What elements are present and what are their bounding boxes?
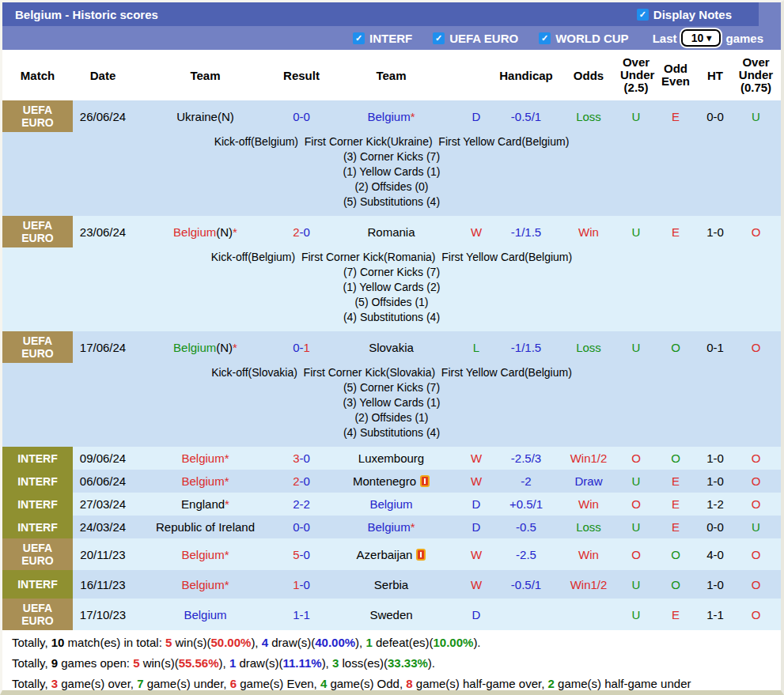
over-under-075-value: O — [731, 608, 781, 621]
over-under-25-value: U — [620, 608, 652, 621]
last-games-select[interactable]: 10 ▾ — [681, 29, 721, 47]
competition-badge-line: INTERF — [17, 498, 58, 511]
display-notes-label: Display Notes — [653, 8, 732, 21]
match-row: INTERF 27/03/24 England* 2-2 Belgium* D … — [2, 493, 781, 516]
handicap-value: -2 — [495, 474, 557, 488]
home-team-name: Belgium — [181, 548, 224, 561]
home-team[interactable]: England* — [133, 497, 278, 511]
home-team-name: Belgium — [173, 341, 216, 354]
half-time-score: 0-0 — [699, 110, 731, 123]
competition-badge-line: INTERF — [17, 521, 58, 534]
handicap-value: -0.5 — [495, 520, 557, 534]
match-date: 26/06/24 — [73, 110, 133, 123]
checkmark-icon: ✓ — [541, 34, 548, 43]
header-handicap: Handicap — [495, 69, 557, 82]
match-row: INTERF 09/06/24 Belgium* 3-0 Luxembourg*… — [2, 447, 781, 470]
match-date: 27/03/24 — [73, 497, 133, 511]
header-result: Result — [278, 69, 325, 82]
competition-badge: UEFAEURO — [2, 599, 73, 630]
over-under-25-value: U — [620, 110, 652, 123]
odd-even-value: E — [652, 225, 699, 239]
competition-checkbox-uefa-euro[interactable]: ✓ — [433, 32, 445, 44]
match-row-group: UEFAEURO 17/06/24 Belgium(N)* 0-1 Slovak… — [2, 331, 781, 447]
match-score: 3-0 — [278, 451, 325, 465]
neutral-venue-suffix: (N) — [216, 225, 233, 239]
home-team-name: Republic of Ireland — [156, 520, 255, 534]
competition-badge: INTERF — [2, 493, 73, 516]
note-line: (7) Corner Kicks (7) — [2, 265, 781, 280]
away-team[interactable]: Luxembourg* — [325, 451, 457, 465]
match-row: INTERF 16/11/23 Belgium* 1-0 Serbia* W -… — [2, 570, 781, 599]
away-team[interactable]: Romania* — [325, 225, 457, 239]
home-team[interactable]: Belgium* — [133, 608, 278, 621]
home-team[interactable]: Belgium* — [133, 451, 278, 465]
away-team-name: Azerbaijan — [357, 548, 413, 561]
competition-badge: INTERF — [2, 570, 73, 599]
away-team[interactable]: Montenegro* — [325, 474, 457, 488]
away-team[interactable]: Belgium* — [325, 497, 457, 511]
half-time-score: 1-0 — [699, 225, 731, 239]
home-team[interactable]: Belgium* — [133, 578, 278, 591]
away-team-name: Montenegro — [353, 474, 416, 488]
odds-result: Win — [557, 225, 620, 239]
competition-checkbox-world-cup[interactable]: ✓ — [539, 32, 551, 44]
match-row: UEFAEURO 17/10/23 Belgium* 1-1 Sweden* D — [2, 599, 781, 630]
match-score: 1-1 — [278, 608, 325, 621]
handicap-value: -2.5 — [495, 548, 557, 561]
star-marker: * — [411, 110, 415, 123]
over-under-25-value: U — [620, 341, 652, 354]
match-score: 5-0 — [278, 548, 325, 561]
away-team[interactable]: Belgium* — [325, 520, 457, 534]
away-team-name: Sweden — [369, 608, 412, 621]
summary-line-over-under: Totally, 3 game(s) over, 7 game(s) under… — [12, 674, 781, 694]
competition-checkbox-interf[interactable]: ✓ — [353, 32, 365, 44]
note-line: (1) Yellow Cards (1) — [2, 164, 781, 179]
away-team[interactable]: Azerbaijan* — [325, 548, 457, 561]
over-under-075-value: O — [731, 341, 781, 354]
match-row: UEFAEURO 23/06/24 Belgium(N)* 2-0 Romani… — [2, 216, 781, 247]
away-team-name: Belgium — [367, 110, 410, 123]
away-team-name: Luxembourg — [358, 451, 424, 465]
display-notes-checkbox[interactable]: ✓ — [637, 9, 649, 21]
neutral-venue-suffix: (N) — [216, 341, 233, 354]
handicap-result-letter: W — [457, 578, 495, 591]
competition-badge-line: INTERF — [17, 475, 58, 488]
home-team[interactable]: Belgium* — [133, 548, 278, 561]
home-team[interactable]: Belgium(N)* — [133, 341, 278, 354]
over-under-25-value: U — [620, 225, 652, 239]
competition-label-world-cup: WORLD CUP — [555, 32, 629, 45]
away-team-name: Slovakia — [369, 341, 414, 354]
away-team-name: Serbia — [374, 578, 408, 591]
match-row: INTERF 06/06/24 Belgium* 2-0 Montenegro*… — [2, 470, 781, 493]
over-under-075-value: O — [731, 225, 781, 239]
home-team[interactable]: Belgium* — [133, 474, 278, 488]
away-team[interactable]: Sweden* — [325, 608, 457, 621]
match-row: UEFAEURO 26/06/24 Ukraine(N)* 0-0 Belgiu… — [2, 100, 781, 132]
summary-line-total: Totally, 10 match(es) in total: 5 win(s)… — [12, 633, 781, 653]
checkmark-icon: ✓ — [435, 34, 442, 43]
match-score: 2-0 — [278, 474, 325, 488]
star-marker: * — [225, 548, 229, 561]
match-date: 06/06/24 — [73, 474, 133, 488]
handicap-result-letter: D — [457, 497, 495, 511]
away-team[interactable]: Serbia* — [325, 578, 457, 591]
note-line: (1) Yellow Cards (2) — [2, 280, 781, 295]
last-games-value: 10 — [691, 32, 704, 44]
match-score: 0-1 — [278, 341, 325, 354]
handicap-result-letter: W — [457, 451, 495, 465]
half-time-score: 1-0 — [699, 451, 731, 465]
away-team[interactable]: Belgium* — [325, 110, 457, 123]
odd-even-value: O — [652, 341, 699, 354]
away-team-name: Belgium — [369, 497, 412, 511]
match-row: INTERF 24/03/24 Republic of Ireland* 0-0… — [2, 516, 781, 538]
half-time-score: 1-0 — [699, 578, 731, 591]
filter-bar: ✓ INTERF ✓ UEFA EURO ✓ WORLD CUP Last 10… — [2, 26, 781, 50]
odd-even-value: O — [652, 451, 699, 465]
away-team[interactable]: Slovakia* — [325, 341, 457, 354]
home-team[interactable]: Republic of Ireland* — [133, 520, 278, 534]
match-date: 20/11/23 — [73, 548, 133, 561]
home-team[interactable]: Belgium(N)* — [133, 225, 278, 239]
home-team[interactable]: Ukraine(N)* — [133, 110, 278, 123]
odds-result: Loss — [557, 341, 620, 354]
summary-line-open: Totally, 9 games open: 5 win(s)(55.56%),… — [12, 653, 781, 674]
